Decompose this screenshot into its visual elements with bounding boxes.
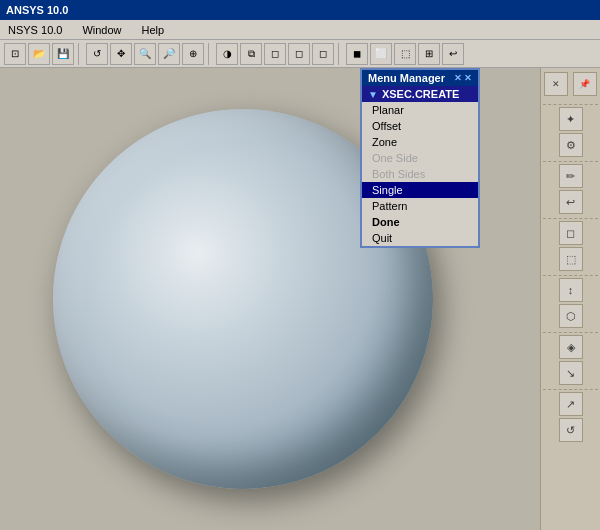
sidebar-tool-arrow-down[interactable]: ↘ bbox=[559, 361, 583, 385]
toolbar-open[interactable]: 📂 bbox=[28, 43, 50, 65]
toolbar-view4[interactable]: ◻ bbox=[288, 43, 310, 65]
menu-manager-subheader-text: XSEC.CREATE bbox=[382, 88, 459, 100]
toolbar-zoom-in[interactable]: 🔍 bbox=[134, 43, 156, 65]
title-bar: ANSYS 10.0 bbox=[0, 0, 600, 20]
sidebar-tool-draw[interactable]: ✏ bbox=[559, 164, 583, 188]
sidebar-tool-arrow-up[interactable]: ↗ bbox=[559, 392, 583, 416]
toolbar-view3[interactable]: ◻ bbox=[264, 43, 286, 65]
sidebar-section-3: ◻ ⬚ bbox=[543, 218, 598, 271]
toolbar-undo[interactable]: ↩ bbox=[442, 43, 464, 65]
sidebar-section-2: ✏ ↩ bbox=[543, 161, 598, 214]
menu-item-ansys[interactable]: NSYS 10.0 bbox=[4, 23, 66, 37]
main-area: Menu Manager ✕ ✕ ▼ XSEC.CREATE Planar Of… bbox=[0, 68, 600, 530]
sidebar-tool-rotate[interactable]: ↺ bbox=[559, 418, 583, 442]
toolbar-edge[interactable]: ⬚ bbox=[394, 43, 416, 65]
menu-item-planar[interactable]: Planar bbox=[362, 102, 478, 118]
menu-manager-title: Menu Manager bbox=[368, 72, 445, 84]
menu-item-offset[interactable]: Offset bbox=[362, 118, 478, 134]
menu-bar: NSYS 10.0 Window Help bbox=[0, 20, 600, 40]
toolbar-view2[interactable]: ⧉ bbox=[240, 43, 262, 65]
sidebar-section-4: ↕ ⬡ bbox=[543, 275, 598, 328]
menu-manager: Menu Manager ✕ ✕ ▼ XSEC.CREATE Planar Of… bbox=[360, 68, 480, 248]
toolbar-pan[interactable]: ✥ bbox=[110, 43, 132, 65]
menu-manager-subheader: ▼ XSEC.CREATE bbox=[362, 86, 478, 102]
toolbar-new[interactable]: ⊡ bbox=[4, 43, 26, 65]
sidebar-tool-undo[interactable]: ↩ bbox=[559, 190, 583, 214]
toolbar-wire[interactable]: ⬜ bbox=[370, 43, 392, 65]
toolbar-shading[interactable]: ◼ bbox=[346, 43, 368, 65]
sidebar-close-icon[interactable]: ✕ bbox=[544, 72, 568, 96]
menu-item-pattern[interactable]: Pattern bbox=[362, 198, 478, 214]
menu-item-help[interactable]: Help bbox=[138, 23, 169, 37]
sidebar-pin-icon[interactable]: 📌 bbox=[573, 72, 597, 96]
menu-manager-header: Menu Manager ✕ ✕ bbox=[362, 70, 478, 86]
sidebar-tool-hex[interactable]: ⬡ bbox=[559, 304, 583, 328]
pin-icon[interactable]: ✕ bbox=[454, 73, 462, 83]
menu-item-window[interactable]: Window bbox=[78, 23, 125, 37]
toolbar-save[interactable]: 💾 bbox=[52, 43, 74, 65]
sidebar-tool-diamond[interactable]: ◈ bbox=[559, 335, 583, 359]
sidebar-tool-settings[interactable]: ⚙ bbox=[559, 133, 583, 157]
toolbar-clip[interactable]: ⊞ bbox=[418, 43, 440, 65]
header-icons: ✕ ✕ bbox=[454, 73, 472, 83]
sidebar-tool-box[interactable]: ◻ bbox=[559, 221, 583, 245]
sidebar-section-1: ✦ ⚙ bbox=[543, 104, 598, 157]
sidebar-section-6: ↗ ↺ bbox=[543, 389, 598, 442]
toolbar-view5[interactable]: ◻ bbox=[312, 43, 334, 65]
toolbar-sep-2 bbox=[208, 43, 212, 65]
sidebar-tool-select[interactable]: ✦ bbox=[559, 107, 583, 131]
title-text: ANSYS 10.0 bbox=[6, 4, 68, 16]
menu-item-both-sides: Both Sides bbox=[362, 166, 478, 182]
menu-item-single[interactable]: Single bbox=[362, 182, 478, 198]
menu-item-quit[interactable]: Quit bbox=[362, 230, 478, 246]
toolbar-zoom-out[interactable]: 🔎 bbox=[158, 43, 180, 65]
menu-item-one-side: One Side bbox=[362, 150, 478, 166]
toolbar-view1[interactable]: ◑ bbox=[216, 43, 238, 65]
chevron-icon: ▼ bbox=[368, 89, 378, 100]
sidebar-section-5: ◈ ↘ bbox=[543, 332, 598, 385]
close-icon[interactable]: ✕ bbox=[464, 73, 472, 83]
toolbar-sep-3 bbox=[338, 43, 342, 65]
sidebar-tool-scale[interactable]: ↕ bbox=[559, 278, 583, 302]
toolbar-sep-1 bbox=[78, 43, 82, 65]
toolbar: ⊡ 📂 💾 ↺ ✥ 🔍 🔎 ⊕ ◑ ⧉ ◻ ◻ ◻ ◼ ⬜ ⬚ ⊞ ↩ bbox=[0, 40, 600, 68]
sidebar-tool-grid[interactable]: ⬚ bbox=[559, 247, 583, 271]
viewport[interactable]: Menu Manager ✕ ✕ ▼ XSEC.CREATE Planar Of… bbox=[0, 68, 540, 530]
sidebar-top-tools: ✕ 📌 bbox=[543, 72, 598, 96]
menu-item-zone[interactable]: Zone bbox=[362, 134, 478, 150]
menu-item-done[interactable]: Done bbox=[362, 214, 478, 230]
toolbar-fit[interactable]: ⊕ bbox=[182, 43, 204, 65]
right-sidebar: ✕ 📌 ✦ ⚙ ✏ ↩ ◻ ⬚ ↕ ⬡ ◈ ↘ ↗ ↺ bbox=[540, 68, 600, 530]
toolbar-rotate[interactable]: ↺ bbox=[86, 43, 108, 65]
